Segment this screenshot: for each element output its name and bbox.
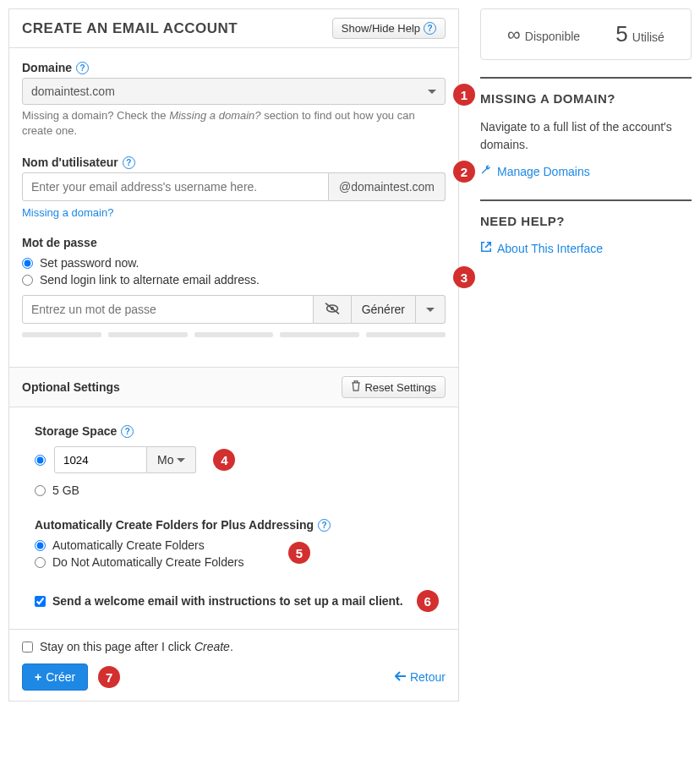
toggle-help-button[interactable]: Show/Hide Help ? [332,18,446,39]
username-section: Nom d'utilisateur ? @domaintest.com Miss… [22,156,446,219]
annotation-marker-1: 1 [453,84,475,106]
sidebar: ∞ Disponible 5 Utilisé 1 MISSING A DOMAI… [480,8,692,702]
chevron-down-icon [428,90,436,94]
available-label: Disponible [525,30,580,43]
storage-unit-button[interactable]: Mo [147,446,196,473]
password-label: Mot de passe [22,236,97,249]
used-count: 5 [615,21,627,47]
storage-label: Storage Space [35,424,117,438]
generate-dropdown-button[interactable] [416,295,446,324]
trash-icon [351,380,361,394]
used-label: Utilisé [632,30,664,44]
annotation-marker-2: 2 [453,161,475,183]
need-help-title: NEED HELP? [480,214,692,228]
username-label: Nom d'utilisateur [22,156,118,169]
missing-domain-title: MISSING A DOMAIN? [480,91,692,106]
username-input[interactable] [22,172,329,201]
optional-title: Optional Settings [22,380,120,394]
wrench-icon [480,164,492,178]
domain-label: Domaine [22,61,72,74]
password-section: Mot de passe Set password now. Send logi… [22,236,446,337]
folders-label: Automatically Create Folders for Plus Ad… [35,518,314,532]
arrow-left-icon [395,670,407,684]
stay-label: Stay on this page after I click Create. [40,640,233,653]
missing-domain-text: Navigate to a full list of the account's… [480,118,692,154]
annotation-marker-3: 3 [453,266,475,288]
folders-section: Automatically Create Folders for Plus Ad… [35,518,446,569]
domain-hint: Missing a domain? Check the Missing a do… [22,108,446,139]
missing-domain-panel: 1 MISSING A DOMAIN? Navigate to a full l… [480,77,692,199]
password-now-label: Set password now. [40,256,139,270]
folders-no-label: Do Not Automatically Create Folders [52,555,243,569]
generate-password-button[interactable]: Générer [352,295,416,324]
password-link-radio[interactable] [22,275,33,286]
annotation-marker-4: 4 [213,449,235,471]
storage-value-input[interactable] [54,446,147,473]
panel-header: CREATE AN EMAIL ACCOUNT Show/Hide Help ? [9,9,458,48]
folders-auto-label: Automatically Create Folders [52,538,205,552]
storage-section: Storage Space ? Mo 4 5 [35,424,446,497]
welcome-row: Send a welcome email with instructions t… [35,590,446,612]
annotation-marker-5: 5 [288,542,310,564]
chevron-down-icon [426,308,435,312]
external-link-icon [480,241,492,255]
storage-custom-radio[interactable] [35,455,46,466]
folders-auto-radio[interactable] [35,540,46,551]
domain-section: Domaine ? domaintest.com Missing a domai… [22,61,446,139]
help-icon[interactable]: ? [123,156,135,169]
reset-settings-button[interactable]: Reset Settings [342,376,446,398]
folders-no-radio[interactable] [35,557,46,568]
need-help-panel: NEED HELP? About This Interface 3 [480,199,692,276]
create-button[interactable]: + Créer [22,664,88,691]
toggle-visibility-button[interactable] [314,295,352,324]
missing-domain-link[interactable]: Missing a domain? [22,206,446,219]
storage-preset-label: 5 GB [52,483,79,497]
footer: Stay on this page after I click Create. … [9,629,458,701]
password-link-label: Send login link to alternate email addre… [40,273,260,287]
about-interface-link[interactable]: About This Interface [480,241,603,255]
chevron-down-icon [177,458,185,462]
password-strength [22,332,446,337]
page-title: CREATE AN EMAIL ACCOUNT [22,20,238,37]
infinity-icon: ∞ [507,24,521,46]
help-icon: ? [424,22,436,35]
main-panel: CREATE AN EMAIL ACCOUNT Show/Hide Help ?… [8,8,459,702]
help-icon[interactable]: ? [121,425,134,438]
plus-icon: + [35,670,41,684]
domain-suffix: @domaintest.com [329,172,446,201]
back-button[interactable]: Retour [395,670,446,684]
welcome-checkbox[interactable] [35,596,46,607]
svg-point-1 [331,307,334,310]
manage-domains-link[interactable]: Manage Domains [480,164,590,178]
password-input[interactable] [22,295,314,324]
eye-slash-icon [324,302,341,318]
domain-select[interactable]: domaintest.com [22,78,446,105]
storage-preset-radio[interactable] [35,485,46,496]
help-icon[interactable]: ? [318,519,331,532]
annotation-marker-6: 6 [417,590,439,612]
usage-box: ∞ Disponible 5 Utilisé [480,8,692,60]
stay-checkbox[interactable] [22,642,33,653]
password-now-radio[interactable] [22,258,33,269]
help-icon[interactable]: ? [76,62,89,74]
annotation-marker-7: 7 [98,666,120,688]
optional-header: Optional Settings Reset Settings [9,367,458,407]
welcome-label: Send a welcome email with instructions t… [52,594,403,608]
